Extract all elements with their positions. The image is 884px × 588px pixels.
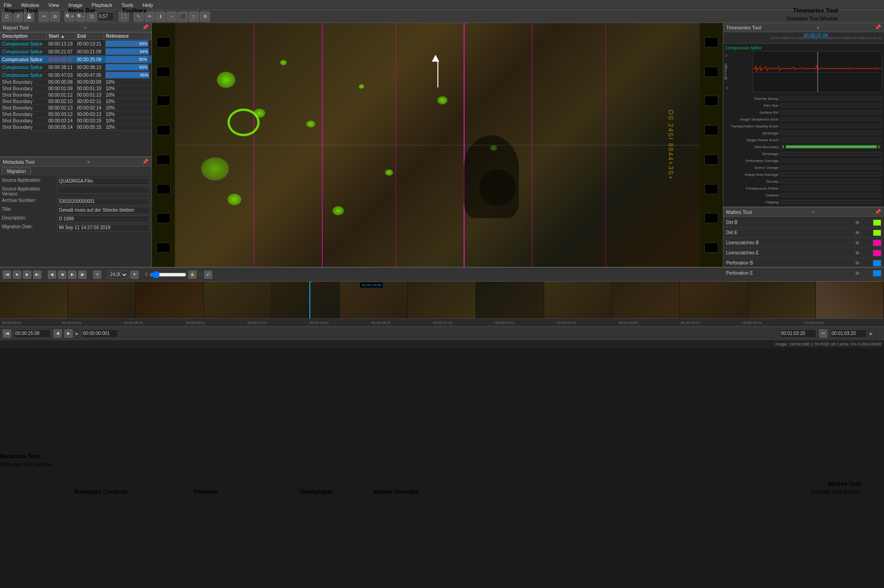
frame-input[interactable] — [81, 329, 118, 338]
timecode-input[interactable] — [14, 329, 51, 338]
btn-prev[interactable]: ◀ — [58, 271, 66, 279]
ts-event-row: Density — [725, 178, 882, 184]
btn-audio[interactable]: 🔊 — [204, 271, 212, 279]
toolbar-zoom-in[interactable]: 🔍+ — [64, 12, 75, 22]
btn-next-frame[interactable]: |▶ — [78, 271, 87, 279]
timeseries-pin[interactable]: 📌 — [875, 24, 881, 30]
table-row[interactable]: Shot Boundary00:00:03:1200:00:03:1310% — [0, 111, 151, 118]
toolbar-info[interactable]: ℹ — [156, 12, 166, 22]
matte-visibility-toggle[interactable]: 👁 — [853, 240, 862, 246]
toolbar-copy[interactable]: ⧉ — [50, 12, 60, 22]
menu-file[interactable]: File — [2, 1, 14, 9]
btn-tc-down[interactable]: ◀ — [53, 329, 62, 338]
table-row[interactable]: Conspicuous Splice00:00:38:1100:00:38:13… — [0, 63, 151, 71]
btn-loop[interactable]: ↺ — [93, 271, 101, 279]
btn-go-start[interactable]: |◀ — [3, 271, 11, 279]
toolbar-settings[interactable]: ⚙ — [200, 12, 210, 22]
toolbar-select[interactable]: ↖ — [134, 12, 144, 22]
table-row[interactable]: Shot Boundary00:00:03:1400:00:03:1510% — [0, 118, 151, 124]
btn-next[interactable]: ▶ — [68, 271, 76, 279]
matte-color-swatch[interactable] — [873, 250, 881, 256]
toolbar-new[interactable]: 🗋 — [2, 12, 12, 22]
toolbar-zoom-value[interactable]: 0,57 — [98, 12, 114, 21]
fps-selector[interactable]: 24,00 — [108, 271, 128, 279]
meta-field-value[interactable] — [57, 186, 150, 194]
ts-event-bar — [780, 97, 882, 100]
mattes-pin[interactable]: 📌 — [875, 209, 881, 215]
menu-window[interactable]: Window — [19, 1, 41, 9]
matte-color-swatch[interactable] — [873, 240, 881, 246]
toolbar-open[interactable]: ↺ — [13, 12, 23, 22]
table-row[interactable]: Shot Boundary00:00:01:0900:00:01:1010% — [0, 86, 151, 92]
toolbar-fullscreen[interactable]: ⛶ — [119, 12, 129, 22]
col-description[interactable]: Description — [0, 33, 47, 40]
table-row[interactable]: Conspicuous Splice00:00:25:0700:00:25:09… — [0, 56, 151, 63]
tab-migration[interactable]: Migration — [2, 167, 31, 175]
matte-visibility-toggle[interactable]: 👁 — [853, 250, 862, 256]
toolbar-zoom-out[interactable]: 🔍- — [76, 12, 86, 22]
metadata-tabs: Migration — [0, 167, 151, 176]
btn-tc-up[interactable]: ▶ — [64, 329, 73, 338]
matte-color-swatch[interactable] — [873, 260, 881, 266]
table-row[interactable]: Shot Boundary00:00:05:1400:00:05:1510% — [0, 124, 151, 131]
matte-color-swatch[interactable] — [873, 270, 881, 277]
meta-field-value[interactable]: 53020200000001 — [57, 198, 150, 205]
btn-go-start2[interactable]: |◀ — [3, 329, 11, 338]
report-tool-close[interactable]: × — [84, 25, 87, 30]
sprocket — [704, 67, 718, 77]
menu-tools[interactable]: Tools — [120, 1, 135, 9]
meta-field-value[interactable]: Gewalt muss auf der Strecke bleiben — [57, 207, 150, 214]
matte-visibility-toggle[interactable]: 👁 — [853, 260, 862, 266]
btn-play[interactable]: ▶ — [23, 271, 31, 279]
btn-set-in[interactable]: ↩ — [819, 329, 827, 338]
table-row[interactable]: Shot Boundary00:00:02:1000:00:02:1110% — [0, 98, 151, 105]
playhead-slider[interactable] — [150, 272, 186, 277]
toolbar-cut[interactable]: ✂ — [39, 12, 49, 22]
col-relevance[interactable]: Relevance — [104, 33, 151, 40]
toolbar-pencil[interactable]: ✏ — [145, 12, 155, 22]
btn-fps-down[interactable]: ▼ — [130, 271, 139, 279]
menu-view[interactable]: View — [47, 1, 61, 9]
col-end[interactable]: End — [75, 33, 104, 40]
table-row[interactable]: Shot Boundary00:00:02:1300:00:02:1410% — [0, 105, 151, 111]
toolbar-import[interactable]: □ — [189, 12, 199, 22]
menu-playback[interactable]: Playback — [90, 1, 114, 9]
btn-prev-frame[interactable]: ◀| — [48, 271, 56, 279]
btn-lock[interactable]: 🔒 — [188, 271, 197, 279]
meta-field-value[interactable]: QUADRIGA Film — [57, 178, 150, 185]
col-start[interactable]: Start ▲ — [47, 33, 75, 40]
metadata-tool-pin[interactable]: 📌 — [142, 159, 149, 165]
toolbar-color[interactable]: ● — [167, 12, 177, 22]
toolbar-export[interactable]: ⬛ — [178, 12, 188, 22]
video-player[interactable]: OS 24SI 8844+3S+ — [152, 23, 723, 267]
matte-color-swatch[interactable] — [873, 230, 881, 236]
ts-events: Thermic DecayFilm TearSurface DirtImage … — [723, 94, 884, 207]
ann-timeline: Timeline — [193, 488, 218, 496]
table-row[interactable]: Shot Boundary00:00:01:1200:00:01:1310% — [0, 92, 151, 98]
timeline-strip[interactable]: 00:00:25:08 — [0, 282, 884, 318]
matte-visibility-toggle[interactable]: 👁 — [853, 230, 862, 236]
report-table-wrap[interactable]: Description Start ▲ End Relevance Conspi… — [0, 32, 151, 156]
table-row[interactable]: Conspicuous Splice00:00:13:1900:00:13:21… — [0, 40, 151, 48]
table-row[interactable]: Shot Boundary00:00:00:0800:00:00:0910% — [0, 79, 151, 86]
timeseries-close[interactable]: × — [816, 25, 819, 30]
matte-visibility-toggle[interactable]: 👁 — [853, 271, 862, 276]
timeseries-content[interactable]: 00:00:25:08 00:01:00|00:01:20|00:03:00|0… — [723, 32, 884, 207]
duration-input2[interactable] — [830, 329, 867, 338]
meta-field-value[interactable]: Mi Sep 11 14:27:56 2019 — [57, 224, 150, 231]
menu-image[interactable]: Image — [67, 1, 85, 9]
matte-visibility-toggle[interactable]: 👁 — [853, 220, 862, 225]
duration-input[interactable] — [779, 329, 816, 338]
menu-help[interactable]: Help — [140, 1, 155, 9]
mattes-close[interactable]: × — [812, 209, 814, 215]
toolbar-zoom-fit[interactable]: ⊡ — [87, 12, 97, 22]
btn-go-end[interactable]: ▶| — [33, 271, 41, 279]
matte-color-swatch[interactable] — [873, 219, 881, 226]
metadata-tool-close[interactable]: × — [87, 159, 90, 165]
meta-field-value[interactable]: D 1998 — [57, 215, 150, 223]
table-row[interactable]: Conspicuous Splice00:00:21:0700:00:21:09… — [0, 48, 151, 56]
table-row[interactable]: Conspicuous Splice00:00:47:0300:00:47:05… — [0, 71, 151, 79]
toolbar-save[interactable]: 💾 — [24, 12, 34, 22]
report-tool-pin[interactable]: 📌 — [142, 24, 149, 30]
btn-stop[interactable]: ■ — [13, 271, 21, 279]
